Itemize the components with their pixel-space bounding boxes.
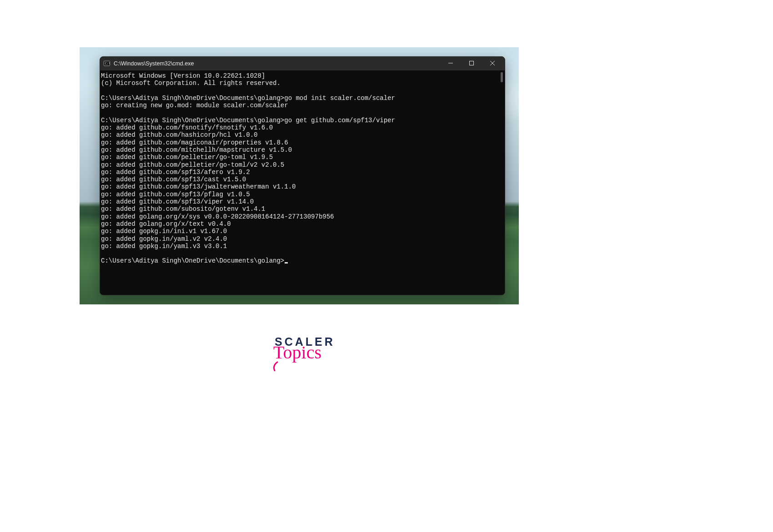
terminal-area[interactable]: Microsoft Windows [Version 10.0.22621.10… [100,70,505,295]
close-icon [490,60,495,67]
close-button[interactable] [482,57,503,70]
cursor [285,262,288,264]
svg-text:C:\: C:\ [105,62,110,65]
scrollbar-thumb[interactable] [501,72,503,82]
cmd-icon: C:\ [104,60,110,67]
svg-text:Topics: Topics [273,342,321,363]
maximize-button[interactable] [461,57,482,70]
desktop-background: C:\ C:\Windows\System32\cmd.exe [80,47,519,304]
svg-rect-2 [470,61,474,65]
scaler-topics-logo: SCALER Topics [272,335,326,379]
cmd-window: C:\ C:\Windows\System32\cmd.exe [100,56,505,295]
minimize-button[interactable] [440,57,461,70]
logo-text-topics: Topics [272,342,326,371]
window-title: C:\Windows\System32\cmd.exe [114,60,440,67]
maximize-icon [469,60,474,67]
terminal-output: Microsoft Windows [Version 10.0.22621.10… [101,72,504,265]
minimize-icon [448,60,453,67]
title-bar[interactable]: C:\ C:\Windows\System32\cmd.exe [100,57,505,70]
